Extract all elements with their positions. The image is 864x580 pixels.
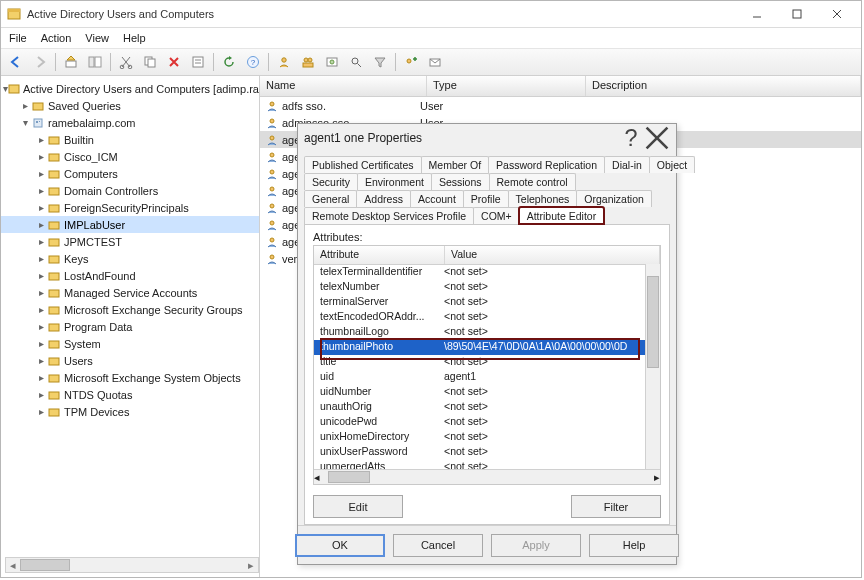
attribute-row[interactable]: thumbnailLogo<not set> — [314, 325, 660, 340]
properties-icon[interactable] — [187, 51, 209, 73]
attr-col-value[interactable]: Value — [445, 246, 660, 264]
new-user-icon[interactable] — [273, 51, 295, 73]
menu-file[interactable]: File — [9, 32, 27, 44]
tab[interactable]: Remote Desktop Services Profile — [304, 207, 474, 224]
add-to-group-icon[interactable] — [400, 51, 422, 73]
tree-node[interactable]: ▸ Domain Controllers — [1, 182, 259, 199]
expand-icon[interactable]: ▸ — [35, 287, 47, 298]
delete-icon[interactable] — [163, 51, 185, 73]
attribute-row[interactable]: textEncodedORAddr...<not set> — [314, 310, 660, 325]
attr-col-name[interactable]: Attribute — [314, 246, 445, 264]
col-type[interactable]: Type — [427, 76, 586, 96]
tab[interactable]: Member Of — [421, 156, 490, 173]
expand-icon[interactable]: ▸ — [35, 270, 47, 281]
tab[interactable]: Telephones — [508, 190, 578, 207]
col-name[interactable]: Name — [260, 76, 427, 96]
attribute-row[interactable]: uidagent1 — [314, 370, 660, 385]
tree-node[interactable]: ▸ LostAndFound — [1, 267, 259, 284]
edit-button[interactable]: Edit — [313, 495, 403, 518]
expand-icon[interactable]: ▸ — [35, 236, 47, 247]
scroll-thumb[interactable] — [328, 471, 370, 483]
attr-hscroll[interactable]: ◂ ▸ — [314, 469, 660, 484]
copy-icon[interactable] — [139, 51, 161, 73]
expand-icon[interactable]: ▸ — [35, 406, 47, 417]
help-button[interactable]: Help — [589, 534, 679, 557]
up-icon[interactable] — [60, 51, 82, 73]
menu-help[interactable]: Help — [123, 32, 146, 44]
tree-node[interactable]: ▸ IMPLabUser — [1, 216, 259, 233]
tab[interactable]: Attribute Editor — [519, 207, 604, 224]
expand-icon[interactable]: ▸ — [35, 219, 47, 230]
scroll-right-icon[interactable]: ▸ — [654, 471, 660, 484]
new-group-icon[interactable] — [297, 51, 319, 73]
attribute-row[interactable]: thumbnailPhoto\89\50\4E\47\0D\0A\1A\0A\0… — [314, 340, 660, 355]
tab[interactable]: Organization — [576, 190, 652, 207]
attribute-row[interactable]: unauthOrig<not set> — [314, 400, 660, 415]
expand-icon[interactable]: ▸ — [35, 134, 47, 145]
tree-node[interactable]: ▸ Builtin — [1, 131, 259, 148]
new-ou-icon[interactable] — [321, 51, 343, 73]
tab[interactable]: Address — [356, 190, 411, 207]
find-icon[interactable] — [345, 51, 367, 73]
refresh-icon[interactable] — [218, 51, 240, 73]
filter-button[interactable]: Filter — [571, 495, 661, 518]
maximize-button[interactable] — [777, 2, 817, 26]
scroll-thumb[interactable] — [647, 276, 659, 368]
list-item[interactable]: adfs sso. User — [260, 97, 861, 114]
tree-node[interactable]: ▸ Program Data — [1, 318, 259, 335]
menu-view[interactable]: View — [85, 32, 109, 44]
tab[interactable]: Object — [649, 156, 695, 173]
titlebar[interactable]: Active Directory Users and Computers — [1, 1, 861, 28]
tree-node[interactable]: ▸ Microsoft Exchange System Objects — [1, 369, 259, 386]
filter-icon[interactable] — [369, 51, 391, 73]
tree-node[interactable]: ▸ Managed Service Accounts — [1, 284, 259, 301]
attribute-row[interactable]: terminalServer<not set> — [314, 295, 660, 310]
tab[interactable]: Dial-in — [604, 156, 650, 173]
dialog-close-icon[interactable] — [644, 127, 670, 149]
tree-node[interactable]: ▸ ForeignSecurityPrincipals — [1, 199, 259, 216]
tree-node[interactable]: ▸ TPM Devices — [1, 403, 259, 420]
expand-icon[interactable]: ▸ — [35, 321, 47, 332]
tree-node[interactable]: ▸ Users — [1, 352, 259, 369]
tree-root[interactable]: ▾ Active Directory Users and Computers [… — [1, 80, 259, 97]
expand-icon[interactable]: ▸ — [35, 338, 47, 349]
menu-action[interactable]: Action — [41, 32, 72, 44]
attribute-row[interactable]: title<not set> — [314, 355, 660, 370]
nav-tree[interactable]: ▾ Active Directory Users and Computers [… — [1, 76, 260, 577]
ok-button[interactable]: OK — [295, 534, 385, 557]
scroll-left-icon[interactable]: ◂ — [6, 559, 20, 571]
tab[interactable]: Sessions — [431, 173, 490, 190]
tab[interactable]: Password Replication — [488, 156, 605, 173]
expand-icon[interactable]: ▸ — [35, 372, 47, 383]
dialog-titlebar[interactable]: agent1 one Properties ? — [298, 124, 676, 152]
expand-icon[interactable]: ▸ — [19, 100, 31, 111]
tab[interactable]: Security — [304, 173, 358, 190]
dialog-help-icon[interactable]: ? — [618, 127, 644, 149]
attribute-row[interactable]: unixHomeDirectory<not set> — [314, 430, 660, 445]
show-hide-tree-icon[interactable] — [84, 51, 106, 73]
col-description[interactable]: Description — [586, 76, 861, 96]
tab[interactable]: Profile — [463, 190, 509, 207]
tab[interactable]: Environment — [357, 173, 432, 190]
expand-icon[interactable]: ▸ — [35, 355, 47, 366]
tree-node[interactable]: ▸ Microsoft Exchange Security Groups — [1, 301, 259, 318]
expand-icon[interactable]: ▸ — [35, 185, 47, 196]
mailbox-icon[interactable] — [424, 51, 446, 73]
expand-icon[interactable]: ▸ — [35, 202, 47, 213]
expand-icon[interactable]: ▸ — [35, 304, 47, 315]
cut-icon[interactable] — [115, 51, 137, 73]
tree-saved-queries[interactable]: ▸ Saved Queries — [1, 97, 259, 114]
tree-node[interactable]: ▸ System — [1, 335, 259, 352]
tab[interactable]: General — [304, 190, 357, 207]
tree-node[interactable]: ▸ NTDS Quotas — [1, 386, 259, 403]
expand-icon[interactable]: ▸ — [35, 168, 47, 179]
collapse-icon[interactable]: ▾ — [19, 117, 31, 128]
close-button[interactable] — [817, 2, 857, 26]
tab[interactable]: Published Certificates — [304, 156, 422, 173]
tree-node[interactable]: ▸ JPMCTEST — [1, 233, 259, 250]
back-icon[interactable] — [5, 51, 27, 73]
tab[interactable]: Remote control — [489, 173, 576, 190]
tree-hscroll[interactable]: ◂ ▸ — [5, 557, 259, 573]
help-icon[interactable]: ? — [242, 51, 264, 73]
attribute-row[interactable]: telexTerminalIdentifier<not set> — [314, 265, 660, 280]
